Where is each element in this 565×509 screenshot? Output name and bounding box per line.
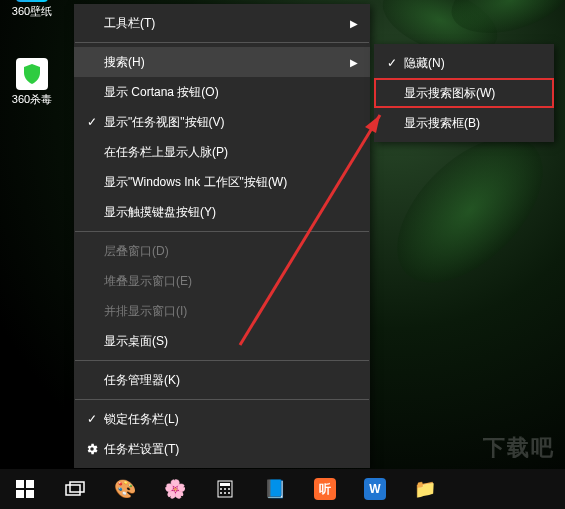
menu-item-touchkeyboard[interactable]: 显示触摸键盘按钮(Y) xyxy=(74,197,370,227)
menu-item-cascade: 层叠窗口(D) xyxy=(74,236,370,266)
book-icon: 📘 xyxy=(263,477,287,501)
taskbar-app-folder[interactable]: 📁 xyxy=(402,469,448,509)
menu-label: 任务栏设置(T) xyxy=(102,441,358,458)
chevron-right-icon: ▶ xyxy=(346,18,358,29)
menu-item-ink[interactable]: 显示"Windows Ink 工作区"按钮(W) xyxy=(74,167,370,197)
submenu-item-hidden[interactable]: ✓ 隐藏(N) xyxy=(374,48,554,78)
desktop-icon-wallpaper[interactable]: 360壁纸 xyxy=(2,0,62,19)
watermark-text: 下载吧 xyxy=(483,433,555,463)
svg-rect-5 xyxy=(26,480,34,488)
svg-rect-11 xyxy=(220,483,230,486)
menu-label: 隐藏(N) xyxy=(402,55,542,72)
svg-rect-8 xyxy=(66,485,80,495)
taskbar-app-flower[interactable]: 🌸 xyxy=(152,469,198,509)
menu-label: 显示"Windows Ink 工作区"按钮(W) xyxy=(102,174,358,191)
folder-icon: 📁 xyxy=(413,477,437,501)
taskbar-app-wps[interactable]: W xyxy=(352,469,398,509)
menu-separator xyxy=(75,360,369,361)
menu-item-toolbar[interactable]: 工具栏(T) ▶ xyxy=(74,8,370,38)
menu-item-taskview[interactable]: ✓ 显示"任务视图"按钮(V) xyxy=(74,107,370,137)
check-icon: ✓ xyxy=(382,56,402,70)
check-icon: ✓ xyxy=(82,115,102,129)
menu-item-cortana[interactable]: 显示 Cortana 按钮(O) xyxy=(74,77,370,107)
taskbar: 🎨 🌸 📘 听 W 📁 xyxy=(0,469,565,509)
taskbar-app-orange[interactable]: 听 xyxy=(302,469,348,509)
svg-point-13 xyxy=(224,488,226,490)
menu-item-taskmgr[interactable]: 任务管理器(K) xyxy=(74,365,370,395)
windows-icon xyxy=(13,477,37,501)
search-submenu: ✓ 隐藏(N) 显示搜索图标(W) 显示搜索框(B) xyxy=(374,44,554,142)
menu-label: 显示搜索框(B) xyxy=(402,115,542,132)
check-icon: ✓ xyxy=(82,412,102,426)
photo-icon xyxy=(16,0,48,2)
menu-label: 层叠窗口(D) xyxy=(102,243,358,260)
taskbar-app-paint[interactable]: 🎨 xyxy=(102,469,148,509)
app-icon: 听 xyxy=(314,478,336,500)
svg-point-15 xyxy=(220,492,222,494)
menu-label: 显示触摸键盘按钮(Y) xyxy=(102,204,358,221)
gear-icon xyxy=(82,442,102,456)
taskbar-context-menu: 工具栏(T) ▶ 搜索(H) ▶ 显示 Cortana 按钮(O) ✓ 显示"任… xyxy=(74,4,370,468)
menu-item-showdesktop[interactable]: 显示桌面(S) xyxy=(74,326,370,356)
taskbar-app-book[interactable]: 📘 xyxy=(252,469,298,509)
svg-rect-7 xyxy=(26,490,34,498)
menu-label: 在任务栏上显示人脉(P) xyxy=(102,144,358,161)
menu-item-people[interactable]: 在任务栏上显示人脉(P) xyxy=(74,137,370,167)
menu-label: 搜索(H) xyxy=(102,54,346,71)
menu-label: 任务管理器(K) xyxy=(102,372,358,389)
taskview-button[interactable] xyxy=(52,469,98,509)
menu-item-search[interactable]: 搜索(H) ▶ xyxy=(74,47,370,77)
menu-separator xyxy=(75,399,369,400)
start-button[interactable] xyxy=(2,469,48,509)
menu-label: 堆叠显示窗口(E) xyxy=(102,273,358,290)
svg-rect-9 xyxy=(70,482,84,492)
desktop-icon-label: 360杀毒 xyxy=(2,92,62,107)
submenu-item-show-icon[interactable]: 显示搜索图标(W) xyxy=(374,78,554,108)
submenu-item-show-box[interactable]: 显示搜索框(B) xyxy=(374,108,554,138)
svg-rect-4 xyxy=(16,480,24,488)
menu-item-settings[interactable]: 任务栏设置(T) xyxy=(74,434,370,464)
chevron-right-icon: ▶ xyxy=(346,57,358,68)
menu-label: 显示桌面(S) xyxy=(102,333,358,350)
flower-icon: 🌸 xyxy=(163,477,187,501)
menu-separator xyxy=(75,42,369,43)
menu-item-stacked: 堆叠显示窗口(E) xyxy=(74,266,370,296)
desktop-icon-label: 360壁纸 xyxy=(2,4,62,19)
svg-point-17 xyxy=(228,492,230,494)
calculator-icon xyxy=(213,477,237,501)
menu-item-lock[interactable]: ✓ 锁定任务栏(L) xyxy=(74,404,370,434)
svg-rect-6 xyxy=(16,490,24,498)
desktop-icon-antivirus[interactable]: 360杀毒 xyxy=(2,58,62,107)
taskview-icon xyxy=(63,477,87,501)
menu-label: 显示 Cortana 按钮(O) xyxy=(102,84,358,101)
svg-point-16 xyxy=(224,492,226,494)
taskbar-app-calculator[interactable] xyxy=(202,469,248,509)
svg-point-12 xyxy=(220,488,222,490)
app-icon: W xyxy=(364,478,386,500)
menu-label: 显示搜索图标(W) xyxy=(402,85,542,102)
menu-item-sidebyside: 并排显示窗口(I) xyxy=(74,296,370,326)
menu-separator xyxy=(75,231,369,232)
palette-icon: 🎨 xyxy=(113,477,137,501)
svg-point-14 xyxy=(228,488,230,490)
menu-label: 锁定任务栏(L) xyxy=(102,411,358,428)
menu-label: 显示"任务视图"按钮(V) xyxy=(102,114,358,131)
shield-icon xyxy=(16,58,48,90)
menu-label: 并排显示窗口(I) xyxy=(102,303,358,320)
menu-label: 工具栏(T) xyxy=(102,15,346,32)
